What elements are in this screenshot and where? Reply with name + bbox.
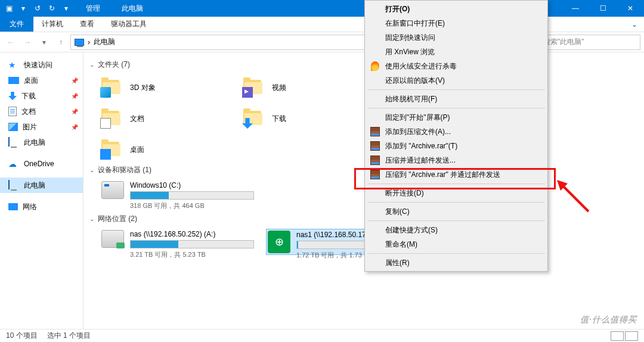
thispc-icon [8, 180, 10, 189]
fire-icon [370, 61, 380, 71]
folder-documents[interactable]: 文档 [100, 105, 231, 132]
folder-3d-objects[interactable]: 3D 对象 [100, 74, 231, 101]
view-details-button[interactable] [611, 331, 624, 341]
manage-tab[interactable]: 管理 [75, 0, 111, 17]
dropdown-icon[interactable]: ▾ [60, 0, 73, 17]
chevron-down-icon: ⌄ [89, 216, 94, 222]
tab-drive-tools[interactable]: 驱动器工具 [103, 17, 155, 32]
sidebar-desktop[interactable]: 桌面📌 [0, 73, 83, 88]
ctx-open[interactable]: 打开(O) [366, 2, 546, 16]
folder-icon [243, 110, 266, 128]
sidebar-network[interactable]: 网络 [0, 199, 83, 214]
section-folders[interactable]: ⌄ 文件夹 (7) [89, 60, 638, 70]
ribbon-expand[interactable]: ⌄ [625, 17, 644, 32]
ctx-huorong[interactable]: 使用火绒安全进行杀毒 [366, 59, 546, 73]
ctx-add-rar[interactable]: 添加到压缩文件(A)... [366, 125, 546, 139]
onedrive-icon: ☁ [8, 159, 19, 169]
rar-icon [370, 155, 380, 166]
nav-back[interactable]: ← [4, 35, 18, 49]
ctx-compress-mail[interactable]: 压缩并通过邮件发送... [366, 153, 546, 167]
section-network-locations[interactable]: ⌄ 网络位置 (2) [89, 214, 638, 224]
netdrive-nas[interactable]: nas (\\192.168.50.252) (A:) 3.21 TB 可用，共… [100, 229, 255, 260]
ctx-offline[interactable]: 始终脱机可用(F) [366, 92, 546, 106]
tab-view[interactable]: 查看 [72, 17, 103, 32]
chevron-down-icon: ⌄ [89, 167, 94, 173]
folder-icon: ▣ [2, 0, 16, 17]
folder-icon [243, 79, 266, 97]
sidebar-pictures[interactable]: 图片📌 [0, 119, 83, 135]
minimize-button[interactable]: — [562, 0, 589, 17]
thispc-icon [8, 137, 10, 147]
ctx-add-archive[interactable]: 添加到 "Archive.rar"(T) [366, 139, 546, 153]
pin-icon: 📌 [71, 93, 78, 100]
ctx-pin-quick[interactable]: 固定到快速访问 [366, 30, 546, 45]
thispc-icon [75, 39, 84, 46]
save-icon[interactable]: ▾ [17, 0, 30, 17]
folder-videos[interactable]: 视频 [242, 74, 373, 101]
pictures-icon [8, 123, 18, 131]
rar-icon [370, 141, 380, 151]
close-button[interactable]: ✕ [617, 0, 644, 17]
ctx-pin-start[interactable]: 固定到"开始"屏幕(P) [366, 110, 546, 125]
maximize-button[interactable]: ☐ [589, 0, 617, 17]
download-icon [8, 92, 17, 100]
view-large-button[interactable] [625, 331, 638, 341]
network-icon [8, 203, 18, 210]
redo-icon[interactable]: ↻ [45, 0, 58, 17]
folder-icon [101, 110, 124, 128]
sidebar-quick-access[interactable]: ★ 快速访问 [0, 57, 83, 73]
drive-icon [101, 181, 124, 199]
document-icon [8, 107, 17, 116]
globe-icon: ⊕ [268, 231, 290, 253]
ctx-xnview[interactable]: 用 XnView 浏览 [366, 45, 546, 59]
search-input[interactable]: 搜索"此电脑" [539, 35, 640, 50]
nav-forward[interactable]: → [20, 35, 35, 49]
chevron-down-icon: ⌄ [89, 61, 94, 68]
folder-downloads[interactable]: 下载 [242, 105, 373, 132]
folder-desktop[interactable]: 桌面 [100, 136, 231, 163]
ctx-disconnect[interactable]: 断开连接(D) [366, 186, 546, 200]
desktop-icon [8, 77, 19, 84]
sidebar-thispc-sm[interactable]: 此电脑 [0, 135, 83, 150]
sidebar-onedrive[interactable]: ☁ OneDrive [0, 156, 83, 172]
drive-c[interactable]: Windows10 (C:) 318 GB 可用，共 464 GB [100, 180, 255, 212]
ctx-open-new-window[interactable]: 在新窗口中打开(E) [366, 16, 546, 30]
pin-icon: 📌 [71, 124, 78, 130]
sidebar-downloads[interactable]: 下载📌 [0, 88, 83, 104]
rar-icon [370, 126, 380, 137]
sidebar-documents[interactable]: 文档📌 [0, 104, 83, 119]
breadcrumb-sep: › [88, 38, 90, 46]
breadcrumb[interactable]: 此电脑 [94, 37, 115, 47]
file-tab[interactable]: 文件 [0, 17, 33, 32]
nav-up[interactable]: ↑ [54, 35, 68, 49]
ctx-rename[interactable]: 重命名(M) [366, 237, 546, 251]
ctx-shortcut[interactable]: 创建快捷方式(S) [366, 223, 546, 237]
network-drive-icon [101, 230, 124, 248]
rar-icon [370, 169, 380, 180]
sidebar-thispc[interactable]: 此电脑 [0, 178, 83, 193]
watermark: 值·什么值得买 [580, 315, 637, 325]
status-selected: 选中 1 个项目 [47, 331, 91, 341]
section-drives[interactable]: ⌄ 设备和驱动器 (1) [89, 165, 638, 175]
nav-recent[interactable]: ▾ [37, 35, 51, 49]
ctx-restore[interactable]: 还原以前的版本(V) [366, 73, 546, 88]
folder-icon [101, 79, 124, 97]
ctx-properties[interactable]: 属性(R) [366, 256, 546, 270]
ctx-copy[interactable]: 复制(C) [366, 204, 546, 219]
pin-icon: 📌 [71, 108, 78, 115]
tab-computer[interactable]: 计算机 [33, 17, 72, 32]
pin-icon: 📌 [71, 77, 78, 84]
folder-icon [101, 141, 124, 158]
ctx-compress-archive-mail[interactable]: 压缩到 "Archive.rar" 并通过邮件发送 [366, 167, 546, 182]
undo-icon[interactable]: ↺ [31, 0, 44, 17]
status-item-count: 10 个项目 [6, 331, 38, 341]
context-menu: 打开(O) 在新窗口中打开(E) 固定到快速访问 用 XnView 浏览 使用火… [364, 0, 548, 272]
star-icon: ★ [8, 60, 19, 70]
